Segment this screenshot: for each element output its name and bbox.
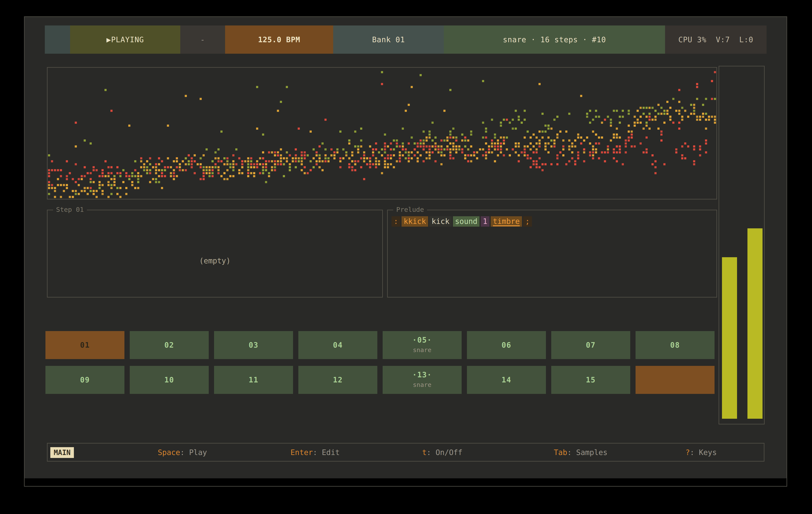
hint-space: Space: Play [158,448,207,457]
step-button-14[interactable]: 14 [467,366,546,394]
code-token-5[interactable]: 1 [481,216,489,226]
code-token-7[interactable]: ; [523,216,532,226]
hint-description: : Play [180,448,207,457]
step-button-label: 06 [501,341,511,349]
step-button-08[interactable]: 08 [636,331,715,359]
dash-segment-label: - [200,35,205,44]
meter-bar-left [722,257,737,419]
step-button-label: 03 [249,341,258,349]
step-button-16[interactable] [636,366,715,394]
prelude-panel-title: Prelude [393,206,427,213]
step-button-label: 01 [80,341,90,349]
transport-segment[interactable]: ▶ PLAYING [70,26,180,54]
step-button-label: 10 [164,375,174,384]
step-button-label: ·05· [412,336,432,344]
pattern-visualizer [47,67,717,200]
hint-tab: Tab: Samples [554,448,608,457]
screen: ▶ PLAYING-125.0 BPMBank 01snare · 16 ste… [0,0,812,514]
track-info-segment-label: snare · 16 steps · #10 [503,35,606,44]
step-button-sample-label: snare [413,381,431,388]
hint-description: : Samples [567,448,608,457]
code-token-6[interactable]: timbre [491,216,522,226]
code-token-2[interactable]: kkick [402,216,428,226]
corner-segment [45,26,70,54]
bank-segment-label: Bank 01 [372,35,405,44]
step-button-label: ·13· [412,370,432,379]
hint-description: : Edit [313,448,340,457]
track-info-segment[interactable]: snare · 16 steps · #10 [444,26,665,54]
pattern-visualizer-canvas [48,68,717,199]
mode-badge: MAIN [50,447,74,458]
bank-segment[interactable]: Bank 01 [333,26,444,54]
hint-keys: ?: Keys [686,448,717,457]
system-stats-segment-label: CPU 3% V:7 L:0 [678,35,753,44]
top-bar: ▶ PLAYING-125.0 BPMBank 01snare · 16 ste… [45,26,766,54]
prelude-panel[interactable]: Prelude :kkickkicksound1timbre; [387,210,717,298]
step-button-label: 07 [586,341,596,349]
step-button-07[interactable]: 07 [551,331,630,359]
step-button-06[interactable]: 06 [467,331,546,359]
code-token-4[interactable]: sound [453,216,480,226]
step-panel-title: Step 01 [53,206,87,213]
step-button-sample-label: snare [413,346,431,354]
meter-bar-right [748,228,762,419]
step-button-label: 04 [333,341,343,349]
meter-panel [719,66,765,424]
hint-key: Tab [554,448,567,457]
step-button-label: 02 [164,341,174,349]
hint-description: : Keys [690,448,717,457]
code-token-1[interactable]: : [392,216,400,226]
bpm-segment-label: 125.0 BPM [258,35,300,44]
hint-key: Space [158,448,180,457]
step-button-label: 09 [80,375,90,384]
step-button-label: 11 [249,375,258,384]
hint-key: ? [686,448,690,457]
step-button-10[interactable]: 10 [130,366,209,394]
step-button-01[interactable]: 01 [46,331,124,359]
hint-key: Enter [290,448,313,457]
transport-segment-label: PLAYING [111,35,144,44]
step-empty-label: (empty) [48,256,382,265]
step-detail-panel: Step 01 (empty) [47,210,383,298]
step-button-04[interactable]: 04 [298,331,377,359]
step-button-11[interactable]: 11 [214,366,293,394]
hint-enter: Enter: Edit [290,448,340,457]
dash-segment: - [180,26,225,54]
app-window: ▶ PLAYING-125.0 BPMBank 01snare · 16 ste… [24,16,787,487]
step-button-13[interactable]: ·13·snare [383,366,462,394]
step-button-05[interactable]: ·05·snare [383,331,462,359]
hint-key: t [422,448,427,457]
step-button-label: 14 [501,375,511,384]
step-button-02[interactable]: 02 [130,331,209,359]
code-token-3[interactable]: kick [429,216,452,226]
step-button-09[interactable]: 09 [46,366,124,394]
step-button-label: 08 [670,341,680,349]
hint-t: t: On/Off [422,448,463,457]
play-icon: ▶ [106,35,111,44]
system-stats-segment: CPU 3% V:7 L:0 [665,26,766,54]
step-button-label: 12 [333,375,343,384]
step-button-15[interactable]: 15 [551,366,630,394]
bpm-segment[interactable]: 125.0 BPM [225,26,333,54]
status-bar: MAIN Space: PlayEnter: Editt: On/OffTab:… [47,443,764,461]
prelude-code-line: :kkickkicksound1timbre; [392,216,533,226]
step-button-12[interactable]: 12 [298,366,377,394]
hint-description: : On/Off [427,448,463,457]
step-button-03[interactable]: 03 [214,331,293,359]
step-button-label: 15 [586,375,596,384]
